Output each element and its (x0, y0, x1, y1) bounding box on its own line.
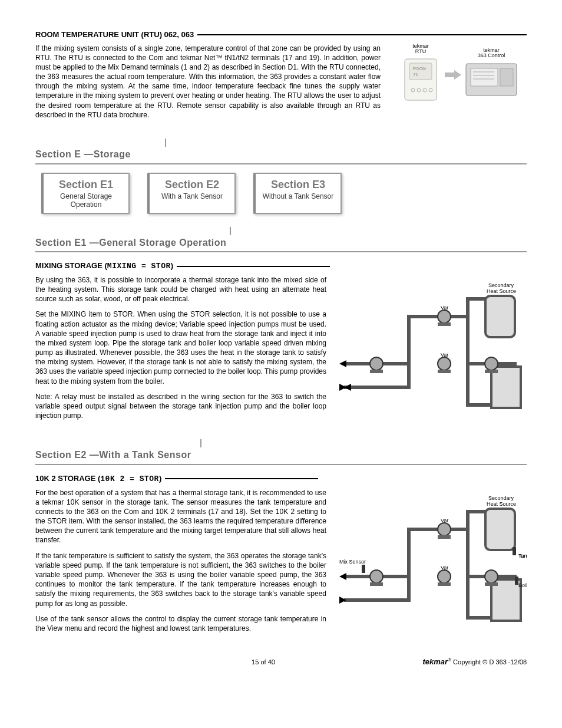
e2-label-boiler: Boiler Sensor (518, 582, 527, 588)
e1-label-secondary: Secondary (488, 282, 514, 288)
e1-subheading: MIXING STORAGE (MIXING = STOR) (35, 261, 527, 272)
svg-rect-38 (485, 582, 498, 586)
e2-subheading-text: 10K 2 STORAGE (10K 2 = STOR) (35, 473, 161, 485)
brand-logo: tekmar (423, 657, 448, 666)
svg-marker-27 (339, 384, 346, 391)
svg-text:71: 71 (413, 72, 418, 77)
e2-label-mix: Mix Sensor (339, 559, 366, 565)
e1-diagram-icon: Secondary Heat Source Var Var (338, 275, 527, 417)
svg-point-21 (438, 357, 451, 370)
svg-point-23 (485, 357, 498, 370)
e2-diagram-icon: Secondary Heat Source Var Var Mix Sensor… (338, 488, 527, 630)
e1-label-var2: Var (441, 352, 448, 358)
section-e-cards: Section E1 General Storage Operation Sec… (41, 173, 527, 214)
card-e3: Section E3 Without a Tank Sensor (253, 173, 342, 214)
control-363-icon (465, 60, 518, 99)
e2-subheading: 10K 2 STORAGE (10K 2 = STOR) (35, 473, 527, 485)
page-footer: 15 of 40 tekmar® Copyright © D 363 -12/0… (35, 657, 527, 667)
svg-rect-39 (362, 565, 365, 573)
footer-right: tekmar® Copyright © D 363 -12/08 (373, 657, 527, 667)
svg-point-31 (370, 570, 383, 583)
svg-marker-25 (339, 360, 346, 367)
card-e3-sub: Without a Tank Sensor (258, 193, 338, 201)
rtu-device-icon: ROOM 71 (400, 56, 441, 103)
svg-point-33 (438, 523, 451, 536)
e1-figure: Secondary Heat Source Var Var (338, 275, 527, 419)
card-e2: Section E2 With a Tank Sensor (147, 173, 236, 214)
svg-rect-20 (438, 322, 451, 326)
e1-p2: Set the MIXING item to STOR. When using … (35, 309, 326, 386)
card-e1-sub: General Storage Operation (46, 193, 126, 209)
e2-content: For the best operation of a system that … (35, 488, 527, 640)
rtu-text: If the mixing system consists of a singl… (35, 44, 381, 126)
svg-rect-24 (485, 370, 498, 373)
svg-text:ROOM: ROOM (413, 67, 426, 71)
section-e-bar: Section E —Storage (35, 139, 527, 164)
e1-p1: By using the 363, it is possible to inco… (35, 275, 326, 304)
rtu-paragraph: If the mixing system consists of a singl… (35, 44, 381, 120)
section-e1-title: Section E1 —General Storage Operation (35, 235, 527, 253)
svg-point-19 (438, 310, 451, 323)
svg-rect-34 (438, 535, 451, 539)
svg-marker-43 (339, 597, 346, 604)
e1-content: By using the 363, it is possible to inco… (35, 275, 527, 427)
e2-p3: Use of the tank sensor allows the contro… (35, 614, 326, 633)
e2-label-var1: Var (441, 518, 448, 523)
e2-label-var2: Var (441, 565, 448, 571)
section-e-title: Section E —Storage (35, 147, 527, 164)
svg-text:Heat Source: Heat Source (487, 501, 516, 507)
card-e2-title: Section E2 (152, 177, 232, 192)
svg-rect-36 (438, 582, 451, 586)
svg-rect-29 (485, 509, 515, 550)
e1-subheading-text: MIXING STORAGE (MIXING = STOR) (35, 261, 173, 272)
arrow-right-icon (445, 69, 461, 81)
e1-p3: Note: A relay must be installed as descr… (35, 392, 326, 421)
rule-line (165, 478, 318, 479)
rtu-fig-right-label: tekmar 363 Control (465, 48, 518, 60)
svg-text:Secondary: Secondary (488, 495, 514, 501)
card-e3-title: Section E3 (258, 177, 338, 192)
svg-rect-18 (370, 370, 383, 373)
svg-rect-32 (370, 582, 383, 586)
page-number: 15 of 40 (153, 658, 373, 667)
e2-p1: For the best operation of a system that … (35, 488, 326, 545)
rtu-row: If the mixing system consists of a singl… (35, 44, 527, 126)
card-e1-title: Section E1 (46, 177, 126, 192)
rtu-heading-text: ROOM TEMPERATURE UNIT (RTU) 062, 063 (35, 29, 194, 40)
card-e2-sub: With a Tank Sensor (152, 193, 232, 201)
copyright-text: Copyright © D 363 -12/08 (451, 658, 527, 666)
rtu-figure: tekmar RTU ROOM 71 tekmar 363 Control (391, 44, 527, 106)
svg-marker-8 (445, 70, 461, 80)
svg-point-35 (438, 570, 451, 583)
rtu-heading: ROOM TEMPERATURE UNIT (RTU) 062, 063 (35, 29, 527, 40)
rtu-fig-left-label: tekmar RTU (400, 44, 441, 55)
e2-figure: Secondary Heat Source Var Var Mix Sensor… (338, 488, 527, 632)
svg-rect-22 (438, 370, 451, 373)
section-e2-bar: Section E2 —With a Tank Sensor (35, 439, 527, 465)
svg-point-17 (370, 357, 383, 370)
rule-line (197, 34, 527, 35)
section-e1-bar: Section E1 —General Storage Operation (35, 227, 527, 253)
svg-rect-11 (500, 68, 513, 86)
section-e2-title: Section E2 —With a Tank Sensor (35, 447, 527, 465)
svg-marker-42 (339, 573, 346, 580)
svg-point-37 (485, 570, 498, 583)
svg-rect-10 (471, 68, 498, 86)
card-e1: Section E1 General Storage Operation (41, 173, 130, 214)
svg-text:Heat Source: Heat Source (487, 288, 516, 294)
rule-line (177, 266, 330, 267)
e1-label-var1: Var (441, 305, 448, 311)
svg-rect-40 (513, 547, 516, 555)
e2-p2: If the tank temperature is sufficient to… (35, 551, 326, 608)
svg-rect-15 (485, 296, 515, 337)
svg-text:Tank Sensor: Tank Sensor (518, 553, 527, 559)
